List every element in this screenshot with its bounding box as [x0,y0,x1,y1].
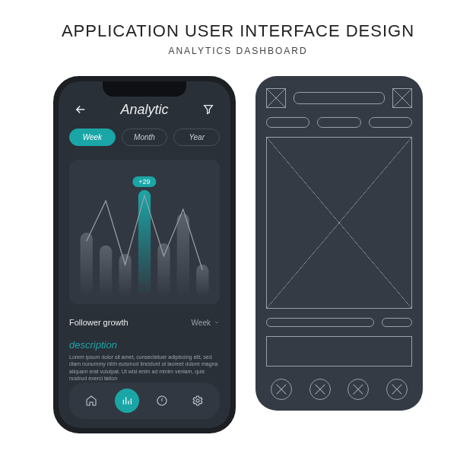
wf-tab-placeholder [266,117,309,128]
wf-header-row [266,88,412,108]
tab-week[interactable]: Week [69,129,116,146]
wf-action-placeholder [392,88,412,108]
wf-nav-placeholder [347,379,369,400]
page-subtitle: ANALYTICS DASHBOARD [0,46,476,56]
wf-tabs-row [266,117,412,128]
wf-nav-placeholder [271,379,292,400]
wf-section-label-placeholder [266,318,374,327]
chart-highlight-badge: +29 [132,176,156,187]
phone-notch [103,81,186,97]
wf-section-row [266,318,412,327]
tab-month[interactable]: Month [122,129,168,146]
description-title: description [69,339,220,351]
nav-analytics[interactable] [115,389,139,413]
home-icon [85,395,97,407]
back-icon[interactable] [72,101,89,118]
nav-settings[interactable] [186,389,210,413]
nav-alerts[interactable] [150,389,174,413]
range-tabs: Week Month Year [69,129,220,146]
svg-rect-0 [81,233,93,297]
phone-mockup: Analytic Week Month Year +29 [53,76,236,433]
wf-back-placeholder [266,88,286,108]
wf-nav-placeholder [309,379,331,400]
svg-rect-5 [177,214,189,297]
wf-title-placeholder [294,92,385,104]
section-label: Follower growth [69,318,129,327]
wf-nav-placeholder [386,379,408,400]
tab-year[interactable]: Year [173,129,220,146]
chart-card: +29 [69,160,220,304]
svg-rect-3 [138,190,151,297]
svg-rect-2 [119,254,131,297]
analytics-icon [121,395,133,407]
app-header: Analytic [69,101,220,118]
gear-icon [192,395,204,407]
section-dropdown[interactable]: Week [192,319,220,327]
wf-description-placeholder [266,336,412,367]
description-body: Lorem ipsum dolor sit amet, consectetuer… [69,354,220,382]
bottom-nav [69,382,220,419]
wf-tab-placeholder [317,117,360,128]
filter-icon[interactable] [200,101,217,118]
wf-dropdown-placeholder [382,318,412,327]
app-screen: Analytic Week Month Year +29 [59,81,230,428]
section-dropdown-label: Week [192,319,211,327]
nav-home[interactable] [79,389,103,413]
wf-chart-placeholder [266,137,412,309]
section-row: Follower growth Week [69,318,220,327]
wf-tab-placeholder [369,117,412,128]
page-title: APPLICATION USER INTERFACE DESIGN [0,21,476,41]
alert-icon [156,395,168,407]
screen-title: Analytic [120,102,168,118]
wf-nav-row [266,379,412,400]
svg-rect-1 [100,246,112,297]
svg-rect-4 [157,243,170,297]
wireframe-panel [255,76,423,411]
svg-point-8 [196,399,199,402]
chevron-down-icon [214,319,220,325]
